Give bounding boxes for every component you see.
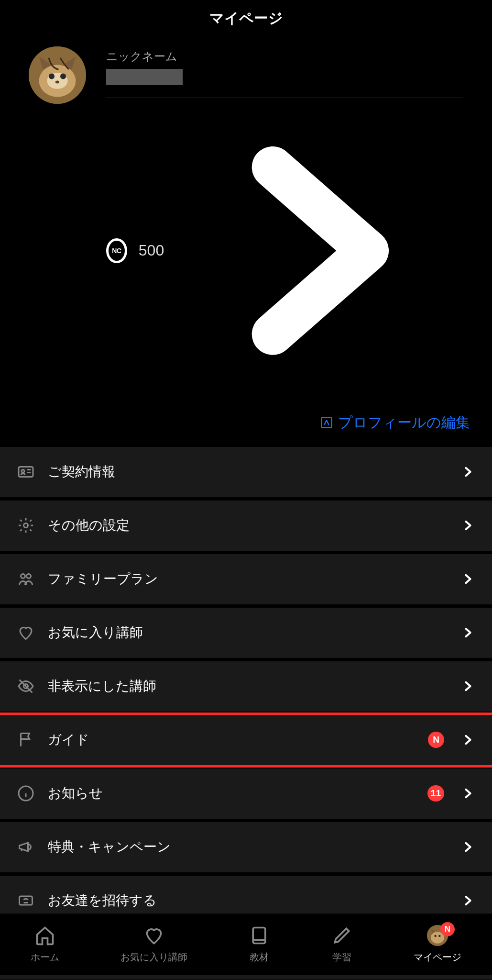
count-badge: 11 bbox=[427, 785, 444, 802]
chevron-right-icon bbox=[461, 465, 475, 479]
nav-label: ホーム bbox=[31, 951, 59, 964]
chevron-right-icon bbox=[461, 626, 475, 639]
heart-icon bbox=[17, 624, 34, 641]
menu-item-guide[interactable]: ガイド N bbox=[0, 715, 492, 765]
nickname-value bbox=[106, 69, 183, 85]
megaphone-icon bbox=[17, 838, 34, 856]
nav-label: 教材 bbox=[250, 951, 269, 964]
chevron-right-icon bbox=[461, 840, 475, 854]
nav-home[interactable]: ホーム bbox=[31, 925, 59, 964]
menu-item-favorites[interactable]: お気に入り講師 bbox=[0, 608, 492, 658]
nav-mypage[interactable]: N マイページ bbox=[414, 925, 461, 964]
menu-item-hidden[interactable]: 非表示にした講師 bbox=[0, 661, 492, 712]
book-icon bbox=[249, 925, 270, 946]
chevron-right-icon bbox=[461, 572, 475, 586]
chevron-right-icon bbox=[461, 894, 475, 907]
svg-point-8 bbox=[22, 470, 24, 473]
edit-profile-link[interactable]: プロフィールの編集 bbox=[320, 413, 470, 433]
edit-icon bbox=[320, 416, 333, 429]
nav-label: 学習 bbox=[332, 951, 351, 964]
users-icon bbox=[17, 570, 34, 588]
menu-item-settings[interactable]: その他の設定 bbox=[0, 501, 492, 551]
svg-point-10 bbox=[21, 574, 25, 579]
menu-item-contract[interactable]: ご契約情報 bbox=[0, 447, 492, 497]
id-card-icon bbox=[17, 463, 34, 480]
info-icon bbox=[17, 785, 34, 802]
edit-profile-label: プロフィールの編集 bbox=[338, 413, 470, 433]
nav-favorites[interactable]: お気に入り講師 bbox=[120, 925, 187, 964]
menu-item-notifications[interactable]: お知らせ 11 bbox=[0, 768, 492, 819]
menu-item-label: 特典・キャンペーン bbox=[48, 838, 448, 856]
nav-study[interactable]: 学習 bbox=[331, 925, 352, 964]
home-icon bbox=[34, 925, 55, 946]
nav-label: お気に入り講師 bbox=[120, 951, 187, 964]
new-badge: N bbox=[428, 732, 444, 748]
menu-item-label: お知らせ bbox=[48, 784, 414, 802]
profile-divider bbox=[106, 98, 463, 98]
svg-point-20 bbox=[438, 935, 440, 937]
pencil-icon bbox=[331, 925, 352, 946]
svg-point-5 bbox=[55, 80, 59, 83]
eye-off-icon bbox=[17, 678, 34, 695]
chevron-right-icon bbox=[461, 733, 475, 746]
menu-list: ご契約情報 その他の設定 ファミリープラン お気に入り講師 非表示にした講師 ガ… bbox=[0, 447, 492, 980]
nav-avatar: N bbox=[427, 925, 448, 946]
chevron-right-icon bbox=[461, 519, 475, 532]
svg-point-3 bbox=[49, 73, 55, 79]
chevron-right-icon bbox=[177, 108, 463, 394]
menu-item-campaign[interactable]: 特典・キャンペーン bbox=[0, 822, 492, 872]
coin-row[interactable]: NC 500 bbox=[106, 108, 463, 394]
nav-materials[interactable]: 教材 bbox=[249, 925, 270, 964]
coin-icon: NC bbox=[106, 238, 127, 263]
menu-item-label: ご契約情報 bbox=[48, 463, 448, 481]
profile-section: ニックネーム NC 500 bbox=[0, 37, 492, 394]
menu-item-label: お友達を招待する bbox=[48, 891, 448, 910]
chevron-right-icon bbox=[461, 787, 475, 800]
page-title: マイページ bbox=[0, 0, 492, 37]
svg-rect-16 bbox=[253, 928, 266, 944]
profile-info: ニックネーム NC 500 bbox=[106, 46, 463, 394]
heart-icon bbox=[143, 925, 164, 946]
coin-value: 500 bbox=[139, 242, 164, 259]
edit-profile-link-container: プロフィールの編集 bbox=[0, 394, 492, 447]
svg-rect-14 bbox=[20, 896, 33, 905]
svg-point-9 bbox=[24, 523, 28, 528]
avatar-image bbox=[29, 46, 86, 104]
menu-item-label: ガイド bbox=[48, 731, 415, 749]
svg-point-19 bbox=[434, 935, 436, 937]
nickname-label: ニックネーム bbox=[106, 49, 463, 64]
menu-item-label: お気に入り講師 bbox=[48, 624, 448, 642]
ticket-icon bbox=[17, 892, 34, 909]
flag-icon bbox=[17, 731, 34, 748]
nav-badge: N bbox=[440, 922, 455, 936]
chevron-right-icon bbox=[461, 679, 475, 693]
menu-item-label: ファミリープラン bbox=[48, 570, 448, 588]
bottom-nav: ホーム お気に入り講師 教材 学習 N マイページ bbox=[0, 913, 492, 975]
gear-icon bbox=[17, 517, 34, 534]
avatar[interactable] bbox=[29, 46, 86, 104]
menu-item-label: 非表示にした講師 bbox=[48, 677, 448, 695]
menu-item-label: その他の設定 bbox=[48, 516, 448, 535]
svg-point-4 bbox=[60, 73, 66, 79]
menu-item-family[interactable]: ファミリープラン bbox=[0, 554, 492, 604]
svg-point-11 bbox=[27, 574, 31, 579]
nav-label: マイページ bbox=[414, 951, 461, 964]
svg-rect-6 bbox=[322, 418, 332, 428]
